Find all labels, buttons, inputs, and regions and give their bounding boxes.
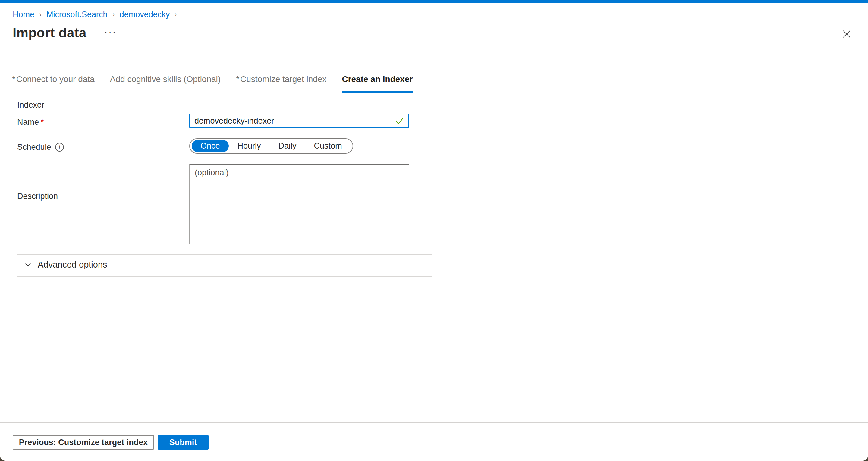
divider [17, 276, 433, 277]
page-title: Import data [13, 25, 87, 40]
import-data-panel: Home › Microsoft.Search › demovedecky › … [0, 0, 868, 461]
name-label: Name* [17, 118, 44, 127]
azure-accent-bar [0, 0, 868, 3]
breadcrumb: Home › Microsoft.Search › demovedecky › [13, 9, 182, 20]
indexer-section-title: Indexer [17, 100, 44, 110]
more-actions-icon[interactable]: ··· [104, 27, 117, 38]
submit-button[interactable]: Submit [158, 435, 209, 450]
description-textarea[interactable] [189, 164, 409, 244]
breadcrumb-separator-icon: › [175, 9, 177, 20]
divider [17, 254, 433, 255]
wizard-tabs: *Connect to your data Add cognitive skil… [12, 74, 412, 92]
tab-connect-to-your-data[interactable]: *Connect to your data [12, 74, 95, 92]
name-required-marker: * [41, 118, 44, 127]
breadcrumb-demovedecky-link[interactable]: demovedecky [120, 9, 170, 20]
indexer-name-input[interactable] [190, 115, 395, 127]
description-label: Description [17, 192, 58, 201]
breadcrumb-separator-icon: › [113, 9, 115, 20]
breadcrumb-separator-icon: › [39, 9, 41, 20]
schedule-label: Schedule [17, 143, 51, 152]
schedule-option-once[interactable]: Once [192, 140, 229, 152]
breadcrumb-microsoft-search-link[interactable]: Microsoft.Search [46, 9, 107, 20]
breadcrumb-home-link[interactable]: Home [13, 9, 34, 20]
schedule-toggle-group: Once Hourly Daily Custom [189, 138, 353, 154]
chevron-down-icon [24, 260, 33, 269]
schedule-option-hourly[interactable]: Hourly [229, 140, 270, 152]
advanced-options-toggle[interactable]: Advanced options [24, 260, 107, 270]
indexer-name-field-wrap [189, 114, 409, 128]
validation-check-icon [395, 116, 405, 126]
tab-customize-target-index[interactable]: *Customize target index [236, 74, 327, 92]
tab-create-an-indexer[interactable]: Create an indexer [342, 74, 412, 92]
close-icon[interactable] [841, 29, 852, 39]
schedule-option-daily[interactable]: Daily [270, 140, 305, 152]
schedule-info-icon[interactable]: i [55, 143, 64, 152]
previous-step-button[interactable]: Previous: Customize target index [13, 435, 154, 450]
schedule-option-custom[interactable]: Custom [305, 140, 351, 152]
tab-add-cognitive-skills[interactable]: Add cognitive skills (Optional) [110, 74, 221, 92]
footer-divider [0, 423, 868, 423]
